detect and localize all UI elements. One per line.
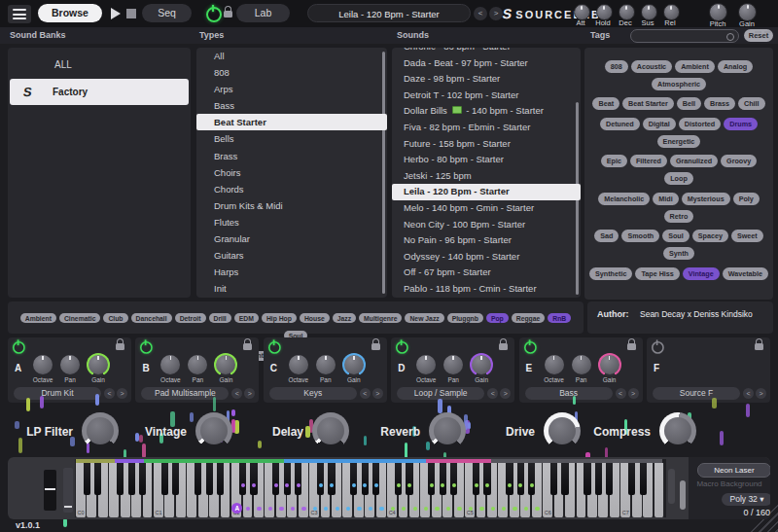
source-pan-knob[interactable] — [443, 355, 463, 374]
effect-knob-compress[interactable] — [659, 412, 696, 449]
piano-key-black[interactable] — [628, 463, 635, 495]
genre-chip[interactable]: Reggae — [512, 313, 546, 323]
piano-key-black[interactable] — [272, 463, 279, 495]
sound-item[interactable]: Daze - 98 bpm - Starter — [392, 71, 581, 88]
tag-chip[interactable]: Digital — [643, 118, 676, 130]
source-name[interactable]: Loop / Sample — [397, 387, 484, 400]
tag-chip[interactable]: Sad — [594, 230, 619, 242]
source-lock-icon[interactable] — [627, 343, 636, 350]
piano-key-white[interactable] — [654, 463, 665, 517]
sound-item[interactable]: Herbo - 80 bpm - Starter — [392, 152, 581, 168]
piano-key-black[interactable] — [161, 463, 168, 495]
genre-chip[interactable]: EDM — [234, 313, 259, 323]
tag-chip[interactable]: Beat — [592, 97, 619, 110]
source-prev-button[interactable]: < — [231, 388, 242, 399]
tag-chip[interactable]: Loop — [664, 172, 693, 185]
sound-item[interactable]: Chronic - 86 bpm - Starter — [392, 48, 581, 55]
source-next-button[interactable]: > — [244, 388, 255, 399]
tag-chip[interactable]: Chill — [738, 97, 765, 110]
tag-chip[interactable]: Groovy — [721, 155, 757, 167]
source-prev-button[interactable]: < — [360, 388, 371, 399]
piano-key-black[interactable] — [217, 463, 224, 495]
piano-key-black[interactable] — [428, 463, 435, 495]
tag-chip[interactable]: Drums — [724, 118, 758, 130]
macro-preset-button[interactable]: Neon Laser — [697, 463, 770, 478]
genre-chip[interactable]: RnB — [548, 313, 571, 323]
type-item[interactable]: Granular — [196, 231, 387, 247]
piano-key-black[interactable] — [194, 463, 201, 495]
sound-item[interactable]: Jetski - 125 bpm — [392, 168, 581, 185]
piano-key-black[interactable] — [450, 463, 457, 495]
source-gain-knob[interactable] — [472, 355, 491, 374]
piano-key-black[interactable] — [640, 463, 647, 495]
type-item[interactable]: Harps — [196, 264, 387, 280]
sound-item[interactable]: Neon City - 100 Bpm - Starter — [392, 217, 581, 233]
source-gain-knob[interactable] — [600, 355, 619, 374]
source-octave-knob[interactable] — [289, 355, 308, 374]
tag-chip[interactable]: Beat Starter — [622, 97, 674, 110]
piano-key-black[interactable] — [362, 463, 369, 495]
pitch-wheel[interactable] — [44, 470, 56, 511]
tag-chip[interactable]: Wavetable — [723, 267, 768, 280]
tag-chip[interactable]: Spacey — [692, 230, 728, 242]
piano-key-black[interactable] — [317, 463, 324, 495]
stop-icon[interactable] — [126, 9, 136, 18]
piano-key-black[interactable] — [172, 463, 179, 495]
tag-chip[interactable]: Atmospheric — [652, 78, 706, 90]
preset-display[interactable]: Leila - 120 Bpm - Starter — [307, 4, 471, 22]
tag-chip[interactable]: Acoustic — [631, 60, 672, 73]
piano-key-black[interactable] — [595, 463, 602, 495]
piano-key-black[interactable] — [584, 463, 590, 495]
sound-item[interactable]: Future - 158 bpm - Starter — [392, 136, 581, 153]
sound-item[interactable]: Off - 67 bpm - Starter — [392, 265, 581, 281]
piano-key-black[interactable] — [117, 463, 124, 495]
source-octave-knob[interactable] — [33, 355, 53, 374]
type-item[interactable]: Brass — [196, 148, 387, 164]
sound-item[interactable]: Detroit T - 102 bpm - Starter — [392, 88, 581, 104]
piano-key-black[interactable] — [395, 463, 402, 495]
genre-chip[interactable]: House — [300, 313, 330, 323]
piano-key-black[interactable] — [295, 463, 301, 495]
piano-key-black[interactable] — [606, 463, 613, 495]
tag-chip[interactable]: Tape Hiss — [635, 267, 679, 280]
source-gain-knob[interactable] — [344, 355, 364, 374]
source-prev-button[interactable]: < — [104, 388, 115, 399]
source-next-button[interactable]: > — [756, 388, 766, 399]
genre-chip[interactable]: Club — [103, 313, 127, 323]
source-prev-button[interactable]: < — [743, 388, 754, 399]
source-name[interactable]: Keys — [269, 387, 357, 400]
sound-item[interactable]: Odyssey - 140 bpm - Starter — [392, 249, 581, 266]
keyboard-scroll-handle[interactable] — [680, 480, 686, 510]
source-power-icon[interactable] — [396, 341, 408, 354]
source-name[interactable]: Drum Kit — [14, 387, 101, 400]
source-octave-knob[interactable] — [545, 355, 564, 374]
source-lock-icon[interactable] — [371, 343, 380, 350]
tag-chip[interactable]: Filtered — [630, 155, 667, 167]
genre-chip[interactable]: Drill — [209, 313, 231, 323]
source-power-icon[interactable] — [13, 341, 25, 354]
tag-chip[interactable]: Granulized — [670, 155, 718, 167]
tag-chip[interactable]: Detuned — [600, 118, 640, 130]
tag-chip[interactable]: Melancholic — [598, 193, 650, 205]
piano-key-black[interactable] — [473, 463, 479, 495]
sound-item[interactable]: Dada - Beat - 97 bpm - Starter — [392, 55, 581, 72]
source-next-button[interactable]: > — [500, 388, 511, 399]
power-icon[interactable] — [206, 7, 222, 22]
genre-chip[interactable]: Detroit — [175, 313, 206, 323]
source-gain-knob[interactable] — [88, 355, 108, 374]
piano-key-black[interactable] — [550, 463, 557, 495]
source-lock-icon[interactable] — [116, 343, 124, 350]
tag-chip[interactable]: 808 — [605, 60, 628, 73]
genre-chip[interactable]: Pop — [486, 313, 509, 323]
sound-item[interactable]: Leila - 120 Bpm - Starter — [392, 184, 581, 200]
piano-key-black[interactable] — [561, 463, 568, 495]
source-gain-knob[interactable] — [216, 355, 235, 374]
source-pan-knob[interactable] — [316, 355, 336, 374]
piano-key-black[interactable] — [239, 463, 246, 495]
tag-search-input[interactable] — [630, 29, 739, 43]
tag-chip[interactable]: Soul — [662, 230, 690, 242]
tag-chip[interactable]: Smooth — [621, 230, 659, 242]
genre-chip[interactable]: Ambient — [20, 313, 56, 323]
genre-chip[interactable]: Jazz — [333, 313, 356, 323]
genre-chip[interactable]: Hip Hop — [262, 313, 297, 323]
